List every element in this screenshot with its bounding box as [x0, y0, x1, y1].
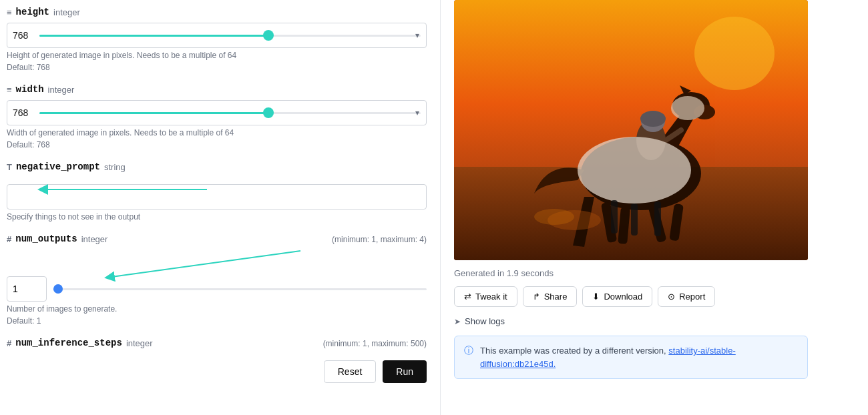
svg-rect-25 — [654, 201, 661, 236]
num-inference-type: integer — [126, 338, 153, 348]
generated-time: Generated in 1.9 seconds — [454, 268, 855, 278]
height-label: ≡ height integer — [7, 7, 427, 17]
info-text-main: This example was created by a different … — [480, 346, 666, 356]
width-thumb[interactable] — [263, 107, 274, 118]
width-icon: ≡ — [7, 85, 12, 95]
show-logs-label: Show logs — [465, 316, 505, 326]
horse-svg — [454, 0, 808, 260]
height-desc1: Height of generated image in pixels. Nee… — [7, 51, 427, 60]
width-block: ≡ width integer 768 ▾ Width of generated… — [7, 84, 427, 149]
num-inference-block: # num_inference_steps integer (minimum: … — [7, 338, 427, 348]
num-outputs-desc1: Number of images to generate. — [7, 304, 427, 314]
svg-point-4 — [694, 17, 775, 90]
report-icon: ⊙ — [668, 292, 675, 302]
svg-point-21 — [578, 137, 691, 203]
width-dropdown-arrow[interactable]: ▾ — [415, 108, 419, 117]
negative-prompt-input[interactable] — [7, 184, 427, 210]
show-logs-arrow-icon: ➤ — [454, 317, 461, 326]
tweak-button[interactable]: ⇄ Tweak it — [454, 286, 517, 307]
share-label: Share — [544, 292, 568, 302]
negative-prompt-label: T negative_prompt string — [7, 161, 427, 172]
svg-line-1 — [107, 251, 300, 278]
negative-prompt-name: negative_prompt — [16, 161, 100, 172]
num-outputs-range: (minimum: 1, maximum: 4) — [332, 235, 427, 244]
height-value: 768 — [13, 30, 34, 41]
num-outputs-track — [53, 288, 427, 290]
share-button[interactable]: ↱ Share — [523, 286, 578, 307]
negative-prompt-icon: T — [7, 162, 12, 172]
width-desc1: Width of generated image in pixels. Need… — [7, 128, 427, 137]
svg-point-22 — [671, 96, 704, 120]
share-icon: ↱ — [533, 292, 540, 302]
height-slider-container[interactable]: 768 ▾ — [7, 23, 427, 48]
width-track — [39, 112, 421, 114]
num-outputs-label: # num_outputs integer — [7, 234, 107, 244]
width-desc2: Default: 768 — [7, 140, 427, 149]
svg-point-20 — [534, 209, 574, 225]
download-label: Download — [604, 292, 642, 302]
width-slider-container[interactable]: 768 ▾ — [7, 100, 427, 125]
show-logs-row[interactable]: ➤ Show logs — [454, 316, 855, 326]
report-button[interactable]: ⊙ Report — [658, 286, 715, 307]
width-type: integer — [48, 85, 75, 95]
num-inference-range: (minimum: 1, maximum: 500) — [323, 339, 427, 348]
svg-rect-23 — [611, 200, 618, 234]
num-outputs-row — [7, 276, 427, 302]
action-buttons: ⇄ Tweak it ↱ Share ⬇ Download ⊙ Report — [454, 286, 855, 307]
info-text-content: This example was created by a different … — [480, 344, 798, 370]
width-fill — [39, 112, 268, 114]
num-inference-name: num_inference_steps — [15, 338, 122, 348]
width-label: ≡ width integer — [7, 84, 427, 95]
tweak-label: Tweak it — [475, 292, 507, 302]
num-outputs-icon: # — [7, 234, 11, 244]
height-track — [39, 35, 421, 37]
num-outputs-thumb[interactable] — [53, 284, 63, 294]
download-icon: ⬇ — [592, 292, 600, 302]
num-outputs-desc2: Default: 1 — [7, 316, 427, 326]
num-outputs-slider[interactable] — [53, 276, 427, 302]
negative-prompt-block: T negative_prompt string Specify things … — [7, 161, 427, 222]
num-inference-label: # num_inference_steps integer — [7, 338, 153, 348]
svg-point-17 — [640, 111, 666, 127]
negative-prompt-field[interactable] — [13, 191, 421, 202]
height-thumb[interactable] — [263, 30, 274, 41]
reset-button[interactable]: Reset — [324, 360, 377, 383]
width-value: 768 — [13, 107, 34, 118]
height-name: height — [16, 7, 49, 17]
svg-rect-24 — [631, 203, 638, 236]
left-panel: ≡ height integer 768 ▾ Height of generat… — [0, 0, 441, 415]
height-icon: ≡ — [7, 7, 12, 17]
height-type: integer — [53, 7, 80, 17]
tweak-icon: ⇄ — [464, 292, 471, 302]
num-outputs-type: integer — [81, 234, 108, 244]
negative-prompt-desc1: Specify things to not see in the output — [7, 212, 427, 222]
height-fill — [39, 35, 268, 37]
generated-image — [454, 0, 808, 260]
bottom-buttons: Reset Run — [7, 360, 427, 383]
report-label: Report — [679, 292, 705, 302]
download-button[interactable]: ⬇ Download — [582, 286, 652, 307]
negative-prompt-type: string — [104, 162, 126, 172]
height-dropdown-arrow[interactable]: ▾ — [415, 31, 419, 40]
run-button[interactable]: Run — [383, 360, 427, 383]
info-box: ⓘ This example was created by a differen… — [454, 336, 808, 379]
height-desc2: Default: 768 — [7, 63, 427, 72]
num-outputs-name: num_outputs — [15, 234, 77, 244]
info-icon: ⓘ — [464, 345, 473, 357]
height-block: ≡ height integer 768 ▾ Height of generat… — [7, 7, 427, 72]
num-outputs-block: # num_outputs integer (minimum: 1, maxim… — [7, 234, 427, 326]
num-inference-icon: # — [7, 338, 11, 348]
width-name: width — [16, 84, 44, 95]
right-panel: Generated in 1.9 seconds ⇄ Tweak it ↱ Sh… — [441, 0, 868, 415]
